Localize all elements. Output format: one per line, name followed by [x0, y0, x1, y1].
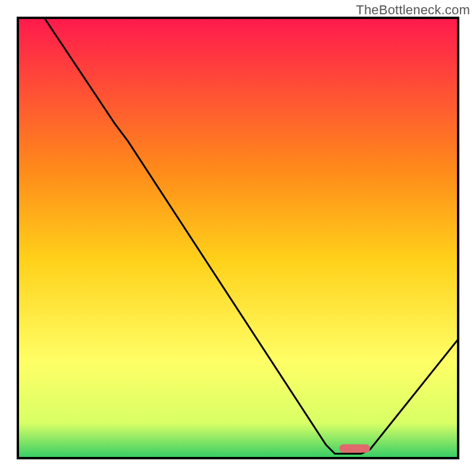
plot-background [18, 18, 458, 458]
chart-svg [0, 0, 476, 476]
bottleneck-chart: TheBottleneck.com [0, 0, 476, 476]
watermark-text: TheBottleneck.com [356, 2, 470, 18]
optimal-marker [339, 444, 370, 453]
